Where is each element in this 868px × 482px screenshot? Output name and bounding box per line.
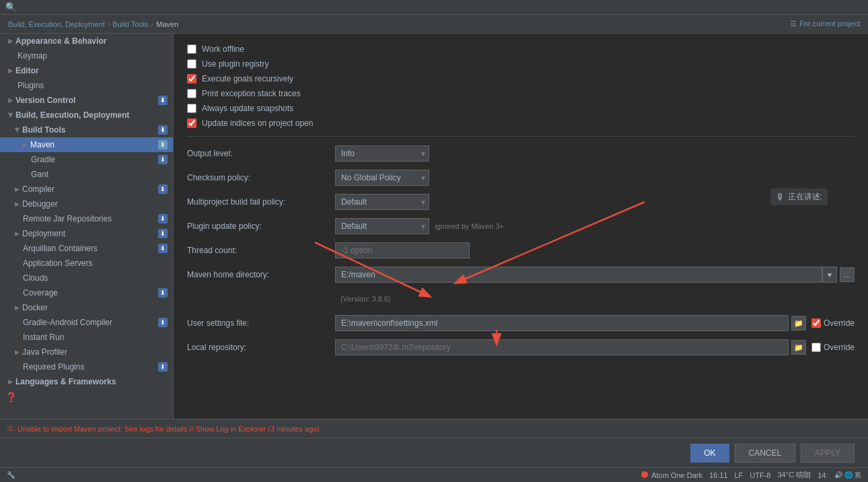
status-encoding[interactable]: UTF-8 (750, 471, 770, 479)
status-left: 🔧 (7, 471, 15, 479)
override-settings-checkbox[interactable] (811, 318, 821, 328)
thread-count-input[interactable] (335, 242, 470, 259)
ok-button[interactable]: OK (690, 444, 729, 462)
status-time: 14: (818, 471, 828, 479)
sidebar-item-version-control[interactable]: ▶ Version Control ⬇ (0, 93, 173, 108)
update-indices-checkbox[interactable] (187, 118, 196, 128)
sidebar-item-build-tools[interactable]: ▶ Build Tools ⬇ (0, 123, 173, 137)
chevron-right-icon: ▶ (15, 186, 20, 193)
sidebar-item-label: Arquillian Containers (23, 244, 98, 253)
sidebar-item-label: Java Profiler (22, 347, 67, 357)
local-repo-browse-btn[interactable]: 📁 (791, 340, 806, 355)
chevron-right-icon: ▶ (23, 141, 28, 148)
output-level-select[interactable]: Info Debug Error (335, 145, 429, 162)
status-line-col[interactable]: 16:11 (709, 471, 728, 479)
always-update-checkbox[interactable] (187, 104, 196, 113)
sidebar-item-required-plugins[interactable]: Required Plugins ⬇ (0, 359, 173, 374)
checkbox-work-offline: Work offline (187, 44, 855, 54)
plugin-update-policy-select[interactable]: Default Force update Never update (335, 218, 429, 234)
sidebar-item-gradle[interactable]: Gradle ⬇ (0, 152, 173, 167)
print-exception-label: Print exception stack traces (202, 89, 301, 98)
badge-icon: ⬇ (158, 244, 168, 253)
version-note-row: (Version: 3.8.6) (187, 290, 855, 308)
chevron-right-icon: ▶ (15, 201, 20, 207)
maven-home-dropdown-btn[interactable]: ▼ (822, 267, 837, 283)
user-settings-file-input[interactable] (335, 315, 789, 331)
sidebar-item-compiler[interactable]: ▶ Compiler ⬇ (0, 182, 173, 197)
sidebar-item-remote-jar-repos[interactable]: Remote Jar Repositories ⬇ (0, 211, 173, 226)
sidebar: ▶ Appearance & Behavior Keymap ▶ Editor … (0, 34, 174, 419)
status-dot (641, 471, 648, 478)
help-icon[interactable]: ❓ (5, 392, 17, 403)
execute-goals-checkbox[interactable] (187, 74, 196, 83)
sidebar-item-label: Appearance & Behavior (15, 36, 106, 46)
sidebar-item-label: Editor (15, 66, 39, 75)
sidebar-item-gradle-android[interactable]: Gradle-Android Compiler ⬇ (0, 315, 173, 330)
sidebar-item-docker[interactable]: ▶ Docker (0, 300, 173, 315)
breadcrumb-item-1[interactable]: Build, Execution, Deployment (8, 20, 105, 28)
sidebar-item-label: Gradle-Android Compiler (23, 318, 112, 327)
sidebar-item-label: Gradle (31, 155, 55, 164)
badge-icon: ⬇ (158, 140, 168, 149)
cancel-button[interactable]: CANCEL (735, 444, 796, 462)
sidebar-item-arquillian[interactable]: Arquillian Containers ⬇ (0, 241, 173, 256)
multiproject-build-label: Multiproject build fail policy: (187, 197, 335, 207)
override-repo-checkbox[interactable] (811, 343, 821, 352)
print-exception-checkbox[interactable] (187, 89, 196, 98)
sidebar-item-instant-run[interactable]: Instant Run (0, 330, 173, 345)
breadcrumb-item-2[interactable]: Build Tools (112, 20, 148, 28)
status-line-ending[interactable]: LF (734, 471, 743, 479)
sidebar-item-build-exec-deploy[interactable]: ▶ Build, Execution, Deployment (0, 108, 173, 123)
sidebar-item-java-profiler[interactable]: ▶ Java Profiler (0, 345, 173, 359)
plugin-update-policy-row: Plugin update policy: Default Force upda… (187, 217, 855, 235)
work-offline-label: Work offline (202, 44, 244, 54)
execute-goals-label: Execute goals recursively (202, 74, 293, 83)
sidebar-item-clouds[interactable]: Clouds (0, 271, 173, 285)
sidebar-item-label: Plugins (17, 81, 44, 90)
bottom-warning-bar: ⚠ Unable to import Maven project: See lo… (0, 419, 868, 438)
chevron-right-icon: ▶ (8, 38, 13, 44)
maven-home-browse-btn[interactable]: … (840, 267, 855, 282)
sidebar-item-label: Instant Run (23, 333, 64, 342)
sidebar-item-deployment[interactable]: ▶ Deployment ⬇ (0, 226, 173, 241)
user-settings-file-label: User settings file: (187, 318, 335, 328)
mic-icon: 🎙 (776, 192, 785, 203)
sidebar-item-debugger[interactable]: ▶ Debugger (0, 197, 173, 211)
checksum-policy-select[interactable]: No Global Policy Strict Warn (335, 170, 429, 186)
sidebar-item-editor[interactable]: ▶ Editor (0, 63, 173, 78)
always-update-label: Always update snapshots (202, 104, 293, 113)
sidebar-item-keymap[interactable]: Keymap (0, 48, 173, 63)
local-repository-input[interactable] (335, 339, 789, 355)
voice-label: 正在讲述: (788, 191, 822, 203)
sidebar-item-coverage[interactable]: Coverage ⬇ (0, 285, 173, 300)
multiproject-build-select[interactable]: Default Fail at end Fail fast (335, 194, 429, 210)
sidebar-item-label: Application Servers (23, 259, 92, 268)
sidebar-item-label: Gant (31, 170, 48, 179)
badge-icon: ⬇ (158, 184, 168, 194)
badge-icon: ⬇ (158, 155, 168, 164)
use-plugin-registry-checkbox[interactable] (187, 59, 196, 69)
breadcrumb-item-3: Maven (156, 20, 178, 28)
sidebar-item-label: Languages & Frameworks (15, 377, 116, 386)
sidebar-item-maven[interactable]: ▶ Maven ⬇ (0, 137, 173, 152)
work-offline-checkbox[interactable] (187, 44, 196, 54)
sidebar-item-plugins[interactable]: Plugins (0, 78, 173, 93)
plugin-update-policy-label: Plugin update policy: (187, 221, 335, 231)
sidebar-item-label: Deployment (22, 229, 65, 238)
output-level-label: Output level: (187, 149, 335, 158)
badge-icon: ⬇ (158, 362, 168, 372)
maven-home-input[interactable] (335, 267, 822, 283)
user-settings-browse-btn[interactable]: 📁 (791, 316, 806, 331)
checksum-policy-label: Checksum policy: (187, 173, 335, 182)
sidebar-item-appearance-behavior[interactable]: ▶ Appearance & Behavior (0, 34, 173, 48)
sidebar-item-languages-frameworks[interactable]: ▶ Languages & Frameworks (0, 374, 173, 389)
status-icons: 🔊 🌐 英 (834, 471, 861, 480)
badge-icon: ⬇ (158, 288, 168, 298)
sidebar-item-gant[interactable]: Gant ⬇ (0, 167, 173, 182)
sidebar-item-label: Clouds (23, 273, 48, 283)
thread-count-label: Thread count: (187, 246, 335, 255)
chevron-right-icon: ▶ (15, 304, 20, 311)
apply-button[interactable]: APPLY (801, 444, 855, 462)
sidebar-item-application-servers[interactable]: Application Servers (0, 256, 173, 271)
checkbox-execute-goals: Execute goals recursively (187, 74, 855, 83)
